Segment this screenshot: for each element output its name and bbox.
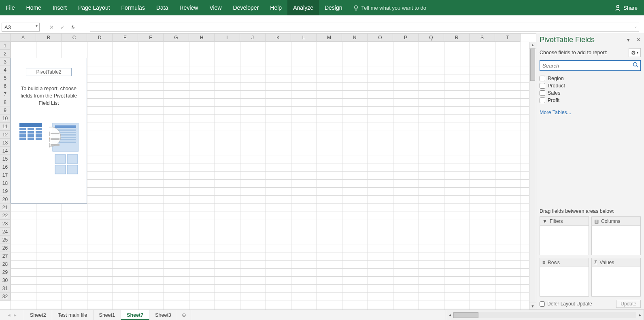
row-header[interactable]: 30 [0,276,11,284]
scroll-left-icon[interactable]: ◂ [446,313,453,317]
sheet-tab-sheet7[interactable]: Sheet7 [121,310,149,320]
row-header[interactable]: 19 [0,187,11,195]
row-header[interactable]: 17 [0,171,11,179]
share-button[interactable]: Share [614,4,638,11]
ribbon-tab-file[interactable]: File [0,0,21,15]
tell-me-search[interactable]: Tell me what you want to do [353,5,426,11]
row-header[interactable]: 14 [0,147,11,155]
scroll-down-icon[interactable]: ▼ [529,303,536,309]
column-header[interactable]: N [342,34,368,42]
field-product[interactable]: Product [540,82,641,89]
search-icon[interactable] [633,62,638,69]
new-sheet-button[interactable]: ⊕ [177,310,191,320]
row-header[interactable]: 10 [0,114,11,123]
field-checkbox[interactable] [540,90,545,96]
row-header[interactable]: 32 [0,292,11,301]
field-search[interactable] [540,60,641,71]
sheet-nav[interactable]: ◂ ▸ [0,310,24,320]
row-header[interactable]: 31 [0,284,11,292]
horizontal-scrollbar[interactable]: ◂ ▸ [446,310,644,320]
row-header[interactable]: 23 [0,220,11,228]
field-checkbox[interactable] [540,83,545,89]
ribbon-tab-help[interactable]: Help [264,0,287,15]
row-header[interactable]: 15 [0,155,11,163]
ribbon-tab-formulas[interactable]: Formulas [116,0,151,15]
column-header[interactable]: Q [419,34,444,42]
row-header[interactable]: 3 [0,58,11,66]
row-header[interactable]: 11 [0,123,11,131]
field-sales[interactable]: Sales [540,89,641,97]
row-header[interactable]: 2 [0,50,11,58]
fx-icon[interactable]: fx [71,24,74,30]
field-region[interactable]: Region [540,75,641,82]
row-header[interactable]: 25 [0,236,11,244]
ribbon-tab-developer[interactable]: Developer [227,0,265,15]
more-tables-link[interactable]: More Tables... [540,110,641,115]
row-header[interactable]: 1 [0,42,11,50]
area-values[interactable]: ΣValues [591,258,641,297]
column-header[interactable]: C [62,34,87,42]
chevron-down-icon[interactable]: ▼ [35,24,38,28]
ribbon-tab-design[interactable]: Design [319,0,348,15]
sheet-nav-next-icon[interactable]: ▸ [14,312,17,318]
sheet-tab-sheet3[interactable]: Sheet3 [149,310,177,320]
ribbon-tab-analyze[interactable]: Analyze [287,0,319,15]
column-header[interactable]: I [215,34,240,42]
area-filters[interactable]: ▼Filters [540,216,589,255]
ribbon-tab-view[interactable]: View [204,0,227,15]
sheet-tab-test-main-file[interactable]: Test main file [52,310,94,320]
row-header[interactable]: 29 [0,268,11,276]
row-header[interactable]: 12 [0,131,11,139]
row-header[interactable]: 18 [0,179,11,187]
row-header[interactable]: 27 [0,252,11,260]
column-header[interactable]: K [266,34,291,42]
sheet-tab-sheet1[interactable]: Sheet1 [94,310,121,320]
vertical-scrollbar[interactable]: ▲ ▼ [529,42,536,309]
column-header[interactable]: J [240,34,266,42]
column-header[interactable]: P [393,34,419,42]
field-checkbox[interactable] [540,97,545,103]
sheet-nav-prev-icon[interactable]: ◂ [8,312,11,318]
area-columns[interactable]: ▥Columns [591,216,641,255]
column-header[interactable]: H [189,34,215,42]
row-header[interactable]: 21 [0,203,11,212]
row-header[interactable]: 8 [0,98,11,106]
row-header[interactable]: 9 [0,106,11,114]
horizontal-scrollbar-thumb[interactable] [453,312,478,318]
column-header[interactable]: G [164,34,189,42]
column-header[interactable]: A [11,34,36,42]
pivottable-placeholder[interactable]: PivotTable2 To build a report, choose fi… [11,58,87,203]
row-header[interactable]: 24 [0,228,11,236]
column-header[interactable]: S [470,34,495,42]
taskpane-layout-button[interactable]: ⚙▾ [629,48,641,57]
name-box[interactable]: A3 ▼ [2,23,40,32]
update-button[interactable]: Update [616,300,641,308]
column-header[interactable]: D [87,34,113,42]
field-search-input[interactable] [540,60,641,71]
ribbon-tab-home[interactable]: Home [21,0,47,15]
ribbon-tab-review[interactable]: Review [174,0,204,15]
row-header[interactable]: 6 [0,82,11,90]
taskpane-options-icon[interactable]: ▾ [627,37,630,43]
scroll-right-icon[interactable]: ▸ [636,313,644,317]
column-header[interactable]: L [291,34,317,42]
sheet-tab-sheet2[interactable]: Sheet2 [24,310,52,320]
ribbon-tab-data[interactable]: Data [151,0,174,15]
select-all-corner[interactable] [0,34,11,42]
row-header[interactable]: 20 [0,195,11,203]
column-header[interactable]: B [36,34,62,42]
cells-area[interactable]: PivotTable2 To build a report, choose fi… [11,42,529,309]
row-header[interactable]: 16 [0,163,11,171]
field-checkbox[interactable] [540,76,545,81]
field-profit[interactable]: Profit [540,97,641,104]
vertical-scrollbar-thumb[interactable] [530,49,535,81]
row-header[interactable]: 26 [0,244,11,252]
column-header[interactable]: R [444,34,470,42]
row-header[interactable]: 13 [0,139,11,147]
row-header[interactable]: 4 [0,66,11,74]
scroll-up-icon[interactable]: ▲ [529,42,536,49]
close-icon[interactable]: ✕ [636,37,641,43]
formula-bar[interactable]: ⌄ [90,23,639,32]
column-header[interactable]: F [138,34,164,42]
area-rows[interactable]: ≡Rows [540,258,589,297]
